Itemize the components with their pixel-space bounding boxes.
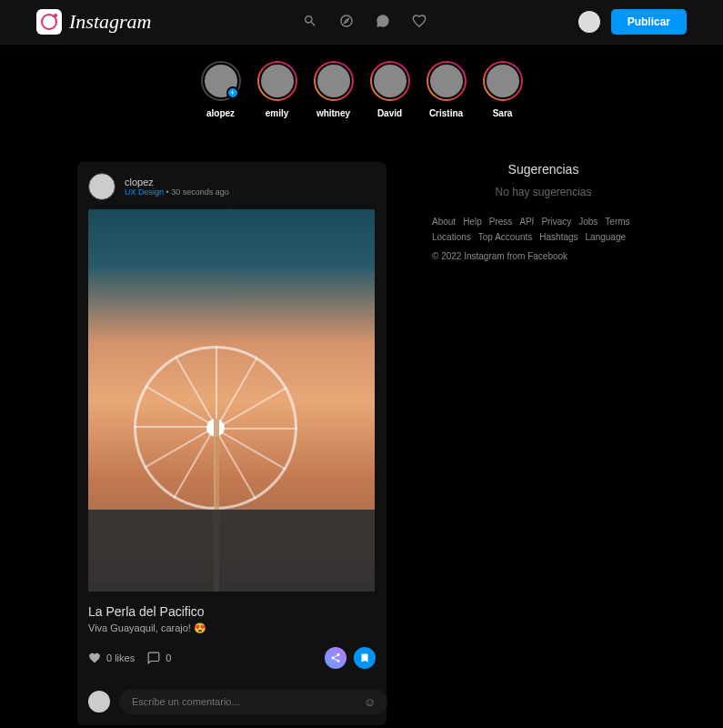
story-item[interactable]: Sara bbox=[483, 61, 523, 118]
stories-bar: +alopezemilywhitneyDavidCristinaSara bbox=[0, 45, 723, 135]
story-item[interactable]: emily bbox=[257, 61, 297, 118]
story-name: Sara bbox=[493, 108, 513, 118]
like-button[interactable]: 0 likes bbox=[88, 652, 135, 664]
post-header: clopez UX Design • 30 seconds ago bbox=[77, 173, 387, 209]
suggestions-empty: No hay sugerencias bbox=[432, 186, 655, 198]
comment-input[interactable] bbox=[119, 689, 387, 714]
post-actions: 0 likes 0 bbox=[77, 634, 387, 682]
explore-icon[interactable] bbox=[339, 14, 354, 31]
share-button[interactable] bbox=[325, 647, 346, 669]
footer-link[interactable]: Help bbox=[463, 217, 482, 227]
suggestions-title: Sugerencias bbox=[432, 162, 655, 177]
comment-row: ☺ bbox=[77, 682, 387, 714]
header-right: Publicar bbox=[578, 9, 687, 35]
comment-button[interactable]: 0 bbox=[147, 652, 171, 664]
logo-icon[interactable] bbox=[36, 9, 62, 35]
footer-link[interactable]: Hashtags bbox=[539, 232, 577, 242]
search-icon[interactable] bbox=[303, 14, 317, 31]
feed: clopez UX Design • 30 seconds ago La Per… bbox=[77, 162, 387, 725]
footer-link[interactable]: Locations bbox=[432, 232, 471, 242]
post-title: La Perla del Pacifico bbox=[77, 592, 387, 622]
bookmark-button[interactable] bbox=[354, 647, 376, 669]
main-content: clopez UX Design • 30 seconds ago La Per… bbox=[0, 135, 723, 728]
footer-link[interactable]: Jobs bbox=[578, 217, 597, 227]
brand-name[interactable]: Instagram bbox=[69, 10, 151, 34]
header: Instagram Publicar bbox=[0, 0, 723, 45]
post-card: clopez UX Design • 30 seconds ago La Per… bbox=[77, 162, 387, 725]
emoji-icon[interactable]: ☺ bbox=[364, 695, 376, 709]
comment-avatar[interactable] bbox=[88, 691, 110, 713]
footer-link[interactable]: Language bbox=[586, 232, 627, 242]
copyright: © 2022 Instagram from Facebook bbox=[432, 251, 655, 261]
footer-links: AboutHelpPressAPIPrivacyJobsTermsLocatio… bbox=[432, 217, 655, 242]
story-name: emily bbox=[266, 108, 289, 118]
post-category[interactable]: UX Design bbox=[125, 187, 164, 197]
footer-link[interactable]: Top Accounts bbox=[478, 232, 532, 242]
footer-link[interactable]: Press bbox=[489, 217, 513, 227]
post-time: 30 seconds ago bbox=[171, 187, 229, 197]
post-image[interactable] bbox=[88, 209, 375, 592]
story-item[interactable]: David bbox=[370, 61, 410, 118]
story-name: David bbox=[377, 108, 402, 118]
footer-link[interactable]: About bbox=[432, 217, 456, 227]
story-item[interactable]: +alopez bbox=[201, 61, 241, 118]
header-left: Instagram bbox=[36, 9, 151, 35]
heart-icon[interactable] bbox=[412, 14, 427, 31]
publish-button[interactable]: Publicar bbox=[611, 9, 687, 35]
header-nav bbox=[303, 14, 427, 31]
post-caption: Viva Guayaquil, carajo! 😍 bbox=[77, 622, 387, 634]
footer-link[interactable]: API bbox=[519, 217, 534, 227]
story-item[interactable]: Cristina bbox=[427, 61, 467, 118]
story-name: Cristina bbox=[429, 108, 463, 118]
post-meta: UX Design • 30 seconds ago bbox=[125, 187, 229, 197]
post-username[interactable]: clopez bbox=[125, 177, 229, 187]
post-author-avatar[interactable] bbox=[88, 173, 115, 200]
footer-link[interactable]: Privacy bbox=[541, 217, 571, 227]
user-avatar[interactable] bbox=[578, 11, 600, 33]
footer-link[interactable]: Terms bbox=[605, 217, 629, 227]
story-item[interactable]: whitney bbox=[314, 61, 354, 118]
sidebar: Sugerencias No hay sugerencias AboutHelp… bbox=[432, 162, 655, 725]
messages-icon[interactable] bbox=[376, 14, 390, 31]
story-name: alopez bbox=[206, 108, 235, 118]
story-name: whitney bbox=[316, 108, 350, 118]
